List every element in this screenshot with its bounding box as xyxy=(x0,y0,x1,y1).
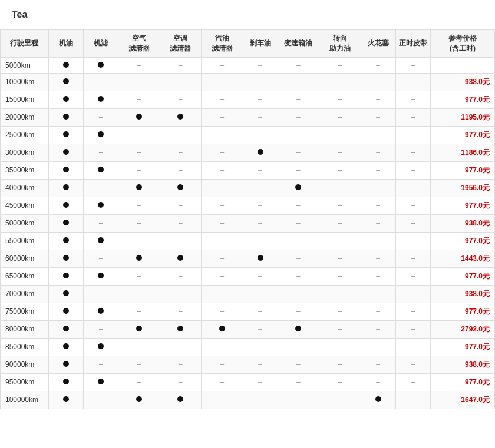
dot-icon xyxy=(63,361,69,367)
dash-icon: – xyxy=(338,307,342,316)
cell-oil-filter: – xyxy=(83,320,118,338)
cell-brake-fluid: – xyxy=(243,267,278,285)
dash-icon: – xyxy=(137,166,141,174)
cell-timing-belt: – xyxy=(395,320,430,338)
cell-oil xyxy=(48,214,83,232)
header-oil-filter: 机滤 xyxy=(83,30,118,58)
cell-spark-plug xyxy=(361,391,395,409)
dash-icon: – xyxy=(220,237,224,245)
dot-icon xyxy=(98,202,104,208)
cell-steering-oil: – xyxy=(319,250,361,267)
cell-mileage: 20000km xyxy=(1,108,49,126)
dash-icon: – xyxy=(258,343,262,351)
table-row: 55000km––––––––977.0元 xyxy=(1,232,495,250)
cell-timing-belt: – xyxy=(395,285,430,303)
dot-icon xyxy=(63,96,69,102)
dot-icon xyxy=(136,114,142,120)
cell-oil xyxy=(48,108,83,126)
dash-icon: – xyxy=(179,219,183,227)
cell-fuel-filter: – xyxy=(202,161,243,179)
cell-oil xyxy=(48,320,83,338)
dash-icon: – xyxy=(296,95,301,104)
header-steering-oil: 转向助力油 xyxy=(319,30,361,58)
cell-oil-filter xyxy=(83,373,118,391)
cell-oil-filter: – xyxy=(83,356,118,373)
dash-icon: – xyxy=(99,325,103,333)
dash-icon: – xyxy=(258,360,262,369)
dash-icon: – xyxy=(220,113,224,121)
cell-brake-fluid: – xyxy=(243,285,278,303)
table-row: 85000km––––––––977.0元 xyxy=(1,338,495,356)
cell-oil-filter xyxy=(83,91,118,108)
table-row: 80000km–––––2792.0元 xyxy=(1,320,495,338)
dash-icon: – xyxy=(338,272,342,280)
cell-brake-fluid: – xyxy=(243,338,278,356)
cell-mileage: 70000km xyxy=(1,285,49,303)
dash-icon: – xyxy=(296,360,301,369)
cell-fuel-filter: – xyxy=(202,126,243,144)
cell-air-filter: – xyxy=(118,214,160,232)
header-air-filter: 空气滤清器 xyxy=(118,30,160,58)
dot-icon xyxy=(177,396,183,402)
dash-icon: – xyxy=(338,237,342,245)
dash-icon: – xyxy=(220,61,224,69)
dash-icon: – xyxy=(338,131,342,139)
cell-oil xyxy=(48,338,83,356)
cell-price: 1195.0元 xyxy=(430,108,494,126)
dash-icon: – xyxy=(137,343,141,351)
cell-timing-belt: – xyxy=(395,267,430,285)
dash-icon: – xyxy=(137,290,141,298)
cell-oil-filter: – xyxy=(83,250,118,267)
dash-icon: – xyxy=(220,219,224,227)
cell-spark-plug: – xyxy=(361,144,395,161)
cell-air-filter: – xyxy=(118,57,160,73)
cell-price: 977.0元 xyxy=(430,91,494,108)
cell-timing-belt: – xyxy=(395,161,430,179)
dash-icon: – xyxy=(179,307,183,316)
dash-icon: – xyxy=(220,254,224,263)
cell-air-filter: – xyxy=(118,303,160,320)
cell-price: 938.0元 xyxy=(430,356,494,373)
cell-timing-belt: – xyxy=(395,57,430,73)
cell-timing-belt: – xyxy=(395,179,430,197)
dash-icon: – xyxy=(376,113,380,121)
dash-icon: – xyxy=(137,378,141,386)
cell-air-filter: – xyxy=(118,356,160,373)
dot-icon xyxy=(63,255,69,261)
dot-icon xyxy=(63,62,69,68)
cell-steering-oil: – xyxy=(319,338,361,356)
table-row: 30000km––––––––1186.0元 xyxy=(1,144,495,161)
cell-timing-belt: – xyxy=(395,126,430,144)
cell-spark-plug: – xyxy=(361,338,395,356)
cell-gearbox-oil: – xyxy=(278,267,319,285)
cell-mileage: 75000km xyxy=(1,303,49,320)
dot-icon xyxy=(63,237,69,243)
dash-icon: – xyxy=(137,219,141,227)
cell-air-filter: – xyxy=(118,232,160,250)
dash-icon: – xyxy=(179,237,183,245)
dash-icon: – xyxy=(296,131,301,139)
cell-steering-oil: – xyxy=(319,144,361,161)
dot-icon xyxy=(98,96,104,102)
cell-gearbox-oil: – xyxy=(278,285,319,303)
cell-price: 1186.0元 xyxy=(430,144,494,161)
cell-steering-oil: – xyxy=(319,320,361,338)
cell-air-filter xyxy=(118,250,160,267)
dot-icon xyxy=(63,131,69,137)
dash-icon: – xyxy=(338,148,342,157)
cell-oil xyxy=(48,197,83,214)
cell-spark-plug: – xyxy=(361,267,395,285)
cell-oil-filter xyxy=(83,267,118,285)
cell-oil xyxy=(48,144,83,161)
dash-icon: – xyxy=(179,201,183,210)
dash-icon: – xyxy=(137,148,141,157)
cell-steering-oil: – xyxy=(319,73,361,91)
dash-icon: – xyxy=(338,254,342,263)
dash-icon: – xyxy=(99,360,103,369)
cell-oil xyxy=(48,285,83,303)
cell-fuel-filter: – xyxy=(202,338,243,356)
cell-mileage: 95000km xyxy=(1,373,49,391)
dash-icon: – xyxy=(376,272,380,280)
dot-icon xyxy=(136,255,142,261)
cell-oil xyxy=(48,356,83,373)
